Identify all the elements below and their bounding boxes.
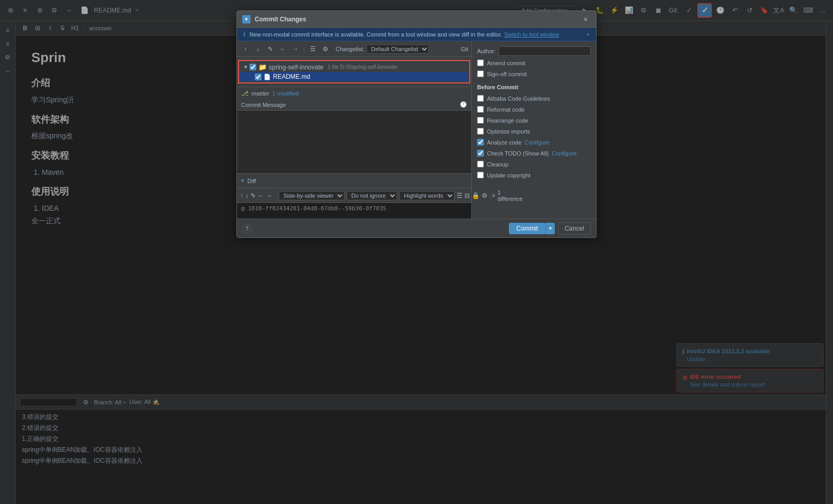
- reformat-checkbox[interactable]: [477, 106, 484, 113]
- author-input[interactable]: [498, 46, 591, 56]
- diff-header: ▾ Diff: [237, 174, 471, 188]
- divider1: [304, 45, 304, 53]
- modal-titlebar: ▼ Commit Changes ×: [237, 11, 596, 28]
- checktodo-checkbox[interactable]: [477, 150, 484, 157]
- fp-btn-edit[interactable]: ✎: [265, 44, 276, 54]
- tree-file-row[interactable]: 📄 README.md: [240, 72, 468, 81]
- reformat-row: Reformat code: [477, 105, 591, 113]
- file-checkbox[interactable]: [255, 74, 261, 80]
- project-name: spring-self-innovate: [269, 64, 324, 71]
- file-tree: ▾ 📁 spring-self-innovate 1 file D:\S\spr…: [237, 57, 471, 87]
- fp-btn-menu[interactable]: ☰: [307, 44, 318, 54]
- checktodo-configure-link[interactable]: Configure: [552, 150, 577, 157]
- rearrange-row: Rearrange code: [477, 116, 591, 124]
- modal-title: Commit Changes: [255, 16, 580, 23]
- amend-label: Amend commit: [487, 60, 525, 66]
- commit-btn-group: Commit ▾: [509, 223, 554, 234]
- analyze-row: Analyze code Configure: [477, 138, 591, 146]
- optimize-row: Optimize imports: [477, 127, 591, 135]
- fp-btn-right[interactable]: →: [290, 44, 301, 54]
- modal-footer: ? Commit ▾ Cancel: [237, 219, 596, 237]
- branch-modified[interactable]: 1 modified: [272, 90, 299, 97]
- diff-icon-1[interactable]: ☰: [457, 190, 462, 201]
- diff-label: Diff: [247, 178, 256, 184]
- checktodo-row: Check TODO (Show All) Configure: [477, 149, 591, 157]
- rearrange-label: Rearrange code: [487, 117, 528, 124]
- checktodo-label: Check TODO (Show All): [487, 150, 549, 157]
- project-meta: 1 file D:\S\spring-self-innovate: [328, 64, 397, 70]
- amend-row: Amend commit: [477, 59, 591, 67]
- project-checkbox[interactable]: [249, 64, 256, 70]
- commit-msg-label: Commit Message 🕐: [237, 99, 471, 111]
- modal-close-button[interactable]: ×: [580, 14, 591, 25]
- fp-btn-left[interactable]: ←: [278, 44, 288, 54]
- modal-icon: ▼: [242, 15, 251, 23]
- optimize-label: Optimize imports: [487, 128, 530, 135]
- fp-btn-down[interactable]: ↓: [253, 44, 263, 54]
- diff-icon-2[interactable]: ⊟: [465, 190, 470, 201]
- branch-bar: ⎇ master 1 modified: [237, 87, 471, 99]
- commit-section: Commit Message 🕐: [237, 99, 471, 173]
- info-bar-link[interactable]: Switch to tool window: [504, 31, 559, 38]
- copyright-label: Update copyright: [487, 172, 530, 178]
- readme-file-icon: 📄: [264, 74, 271, 80]
- cancel-button[interactable]: Cancel: [558, 222, 591, 235]
- optimize-checkbox[interactable]: [477, 128, 484, 135]
- tree-project-row[interactable]: ▾ 📁 spring-self-innovate 1 file D:\S\spr…: [240, 62, 468, 72]
- branch-icon: ⎇: [241, 90, 248, 97]
- commit-button[interactable]: Commit: [509, 223, 545, 234]
- expand-icon: ▾: [244, 64, 247, 70]
- modal-left-section: ↑ ↓ ✎ ← → ☰ ⚙ Changelist: Default Change…: [237, 41, 472, 219]
- diff-right-btn[interactable]: →: [266, 190, 272, 201]
- info-bar-icon: ℹ: [243, 31, 245, 38]
- diff-up-btn[interactable]: ↑: [240, 190, 243, 201]
- file-panel-toolbar: ↑ ↓ ✎ ← → ☰ ⚙ Changelist: Default Change…: [237, 41, 471, 57]
- changelist-container: Changelist: Default Changelist: [336, 44, 429, 54]
- file-name: README.md: [273, 73, 310, 80]
- analyze-configure-link[interactable]: Configure: [525, 139, 550, 146]
- right-config: Author: Amend commit Sign-off commit Bef…: [472, 41, 596, 219]
- alibaba-row: Alibaba Code Guidelines: [477, 94, 591, 102]
- git-tab[interactable]: Git: [461, 46, 468, 52]
- help-button[interactable]: ?: [242, 224, 252, 233]
- author-label: Author:: [477, 48, 495, 54]
- commit-dropdown-arrow[interactable]: ▾: [545, 223, 555, 234]
- diff-content-area: @ 1010-ff02434201-04d0-07db8--59b30-0f70…: [237, 203, 471, 219]
- fp-btn-settings[interactable]: ⚙: [320, 44, 330, 54]
- folder-icon: 📁: [258, 63, 267, 71]
- changelist-label: Changelist:: [336, 46, 364, 52]
- author-row: Author:: [477, 46, 591, 56]
- cleanup-row: Cleanup: [477, 160, 591, 168]
- analyze-checkbox[interactable]: [477, 139, 484, 146]
- cleanup-checkbox[interactable]: [477, 161, 484, 167]
- info-bar: ℹ New non-modal commit interface is avai…: [237, 28, 596, 41]
- copyright-row: Update copyright: [477, 171, 591, 179]
- diff-expand-icon[interactable]: ▾: [241, 177, 244, 184]
- diff-down-btn[interactable]: ↓: [245, 190, 248, 201]
- modal-body: ↑ ↓ ✎ ← → ☰ ⚙ Changelist: Default Change…: [237, 41, 596, 219]
- diff-highlight-select[interactable]: Highlight words: [399, 191, 455, 200]
- commit-msg-text: Commit Message: [241, 102, 286, 108]
- reformat-label: Reformat code: [487, 106, 525, 113]
- diff-section: ▾ Diff ↑ ↓ ✎ ← → Side-by-side viewer: [237, 173, 471, 219]
- diff-viewer-select[interactable]: Side-by-side viewer: [279, 191, 344, 200]
- signoff-checkbox[interactable]: [477, 70, 484, 77]
- analyze-label: Analyze code: [487, 139, 521, 146]
- alibaba-checkbox[interactable]: [477, 95, 484, 102]
- modal-overlay: ▼ Commit Changes × ℹ New non-modal commi…: [0, 0, 833, 504]
- diff-line: @ 1010-ff02434201-04d0-07db8--59b30-0f70…: [241, 205, 386, 212]
- commit-message-textarea[interactable]: [237, 111, 471, 173]
- changelist-select[interactable]: Default Changelist: [366, 44, 429, 54]
- diff-edit-btn[interactable]: ✎: [251, 190, 256, 201]
- before-commit-title: Before Commit: [477, 84, 591, 90]
- amend-checkbox[interactable]: [477, 59, 484, 66]
- fp-btn-up[interactable]: ↑: [240, 44, 251, 54]
- diff-left-btn[interactable]: ←: [258, 190, 264, 201]
- file-highlight-box: ▾ 📁 spring-self-innovate 1 file D:\S\spr…: [238, 60, 470, 83]
- rearrange-checkbox[interactable]: [477, 117, 484, 124]
- info-bar-close[interactable]: ×: [587, 31, 590, 38]
- copyright-checkbox[interactable]: [477, 172, 484, 178]
- alibaba-label: Alibaba Code Guidelines: [487, 95, 550, 102]
- diff-ignore-select[interactable]: Do not ignore: [347, 191, 397, 200]
- commit-clock-icon[interactable]: 🕐: [460, 101, 467, 108]
